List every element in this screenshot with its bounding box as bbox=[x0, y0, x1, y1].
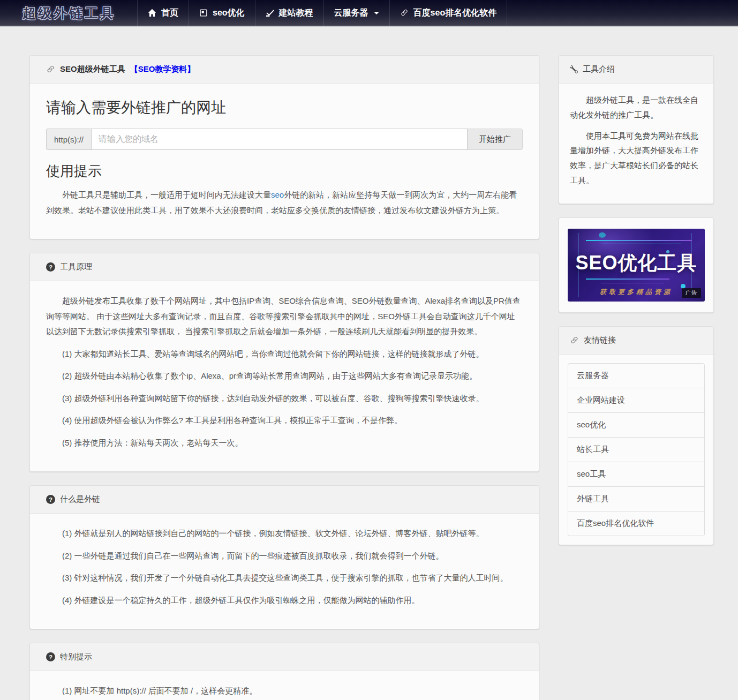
special-tips-card: ? 特别提示 (1) 网址不要加 http(s):// 后面不要加 /，这样会更… bbox=[29, 643, 539, 700]
nav-item-label: seo优化 bbox=[213, 7, 245, 19]
principle-intro: 超级外链发布工具收集了数千个网站网址，其中包括IP查询、SEO综合信息查询、SE… bbox=[46, 293, 523, 340]
wrench-icon bbox=[570, 65, 578, 73]
tool-intro-card: 工具介绍 超级外链工具，是一款在线全自动化发外链的推广工具。 使用本工具可免费为… bbox=[559, 55, 714, 204]
friend-link-item[interactable]: seo工具 bbox=[568, 462, 705, 487]
ad-banner[interactable]: SEO优化工具 获取更多精品资源 广告 bbox=[568, 229, 705, 302]
nav-item-home[interactable]: 首页 bbox=[137, 0, 189, 26]
intro-paragraph: 使用本工具可免费为网站在线批量增加外链，大大提高外链发布工作效率，是广大草根站长… bbox=[570, 129, 703, 188]
tool-intro-card-title: 工具介绍 bbox=[583, 64, 615, 74]
page-content: SEO超级外链工具 【SEO教学资料】 请输入需要外链推广的网址 http(s)… bbox=[0, 27, 738, 700]
question-circle-icon: ? bbox=[46, 495, 55, 504]
navbar: 超级外链工具 首页 seo优化 建站教程 云服务器 bbox=[0, 0, 738, 27]
link-icon bbox=[46, 65, 55, 74]
link-icon bbox=[400, 9, 409, 17]
principle-card-header: ? 工具原理 bbox=[30, 253, 539, 281]
whatis-card: ? 什么是外链 (1) 外链就是别人的网站链接到自己的网站的一个链接，例如友情链… bbox=[29, 485, 539, 629]
principle-card-body: 超级外链发布工具收集了数千个网站网址，其中包括IP查询、SEO综合信息查询、SE… bbox=[30, 281, 539, 471]
whatis-item: (1) 外链就是别人的网站链接到自己的网站的一个链接，例如友情链接、软文外链、论… bbox=[46, 526, 523, 541]
nav-item-baidu-seo[interactable]: 百度seo排名优化软件 bbox=[389, 0, 508, 26]
usage-tips-heading: 使用提示 bbox=[46, 162, 523, 180]
tool-card-title: SEO超级外链工具 bbox=[60, 64, 125, 74]
journal-icon bbox=[199, 9, 208, 17]
special-tips-item: (1) 网址不要加 http(s):// 后面不要加 /，这样会更精准。 bbox=[46, 683, 523, 699]
principle-card-title: 工具原理 bbox=[60, 262, 92, 272]
special-tips-card-title: 特别提示 bbox=[60, 652, 92, 662]
whatis-card-body: (1) 外链就是别人的网站链接到自己的网站的一个链接，例如友情链接、软文外链、论… bbox=[30, 514, 539, 629]
friend-link-item[interactable]: 百度seo排名优化软件 bbox=[568, 511, 705, 536]
principle-item: (1) 大家都知道站长工具、爱站等查询域名的网站吧，当你查询过他就会留下你的网站… bbox=[46, 347, 523, 362]
nav-item-label: 首页 bbox=[161, 7, 178, 19]
tool-intro-card-body: 超级外链工具，是一款在线全自动化发外链的推广工具。 使用本工具可免费为网站在线批… bbox=[559, 84, 713, 204]
whatis-card-title: 什么是外链 bbox=[60, 494, 100, 505]
tool-card-body: 请输入需要外链推广的网址 http(s):// 开始推广 使用提示 外链工具只是… bbox=[30, 84, 539, 239]
question-circle-icon: ? bbox=[46, 262, 55, 272]
whatis-item: (3) 针对这种情况，我们开发了一个外链自动化工具去提交这些查询类工具，便于搜索… bbox=[46, 570, 523, 586]
ad-banner-card: SEO优化工具 获取更多精品资源 广告 bbox=[559, 217, 714, 313]
friend-links-body: 云服务器 企业网站建设 seo优化 站长工具 seo工具 外链工具 百度seo排… bbox=[559, 355, 713, 545]
principle-item: (5) 推荐使用方法：新站每天两次，老站每天一次。 bbox=[46, 435, 523, 451]
nav-items: 首页 seo优化 建站教程 云服务器 百度seo排名优化软件 bbox=[137, 0, 507, 26]
seo-material-link[interactable]: 【SEO教学资料】 bbox=[130, 64, 195, 74]
intro-paragraph: 超级外链工具，是一款在线全自动化发外链的推广工具。 bbox=[570, 93, 703, 123]
banner-decor-line bbox=[601, 244, 681, 244]
principle-item: (3) 超级外链利用各种查询网站留下你的链接，达到自动发外链的效果，可以被百度、… bbox=[46, 391, 523, 407]
ad-label-badge: 广告 bbox=[682, 288, 701, 298]
nav-item-tutorial[interactable]: 建站教程 bbox=[255, 0, 323, 26]
nav-item-label: 百度seo排名优化软件 bbox=[413, 7, 497, 19]
banner-decor-dot bbox=[599, 232, 606, 238]
special-tips-card-body: (1) 网址不要加 http(s):// 后面不要加 /，这样会更精准。 (2)… bbox=[30, 671, 539, 700]
question-circle-icon: ? bbox=[46, 652, 55, 661]
whatis-item: (2) 一些外链是通过我们自己在一些网站查询，而留下的一些痕迹被百度抓取收录，我… bbox=[46, 548, 523, 564]
nav-item-seo[interactable]: seo优化 bbox=[189, 0, 255, 26]
start-promotion-button[interactable]: 开始推广 bbox=[468, 129, 523, 150]
sidebar: 工具介绍 超级外链工具，是一款在线全自动化发外链的推广工具。 使用本工具可免费为… bbox=[559, 55, 714, 559]
seo-inline-link[interactable]: seo bbox=[271, 190, 284, 199]
banner-title: SEO优化工具 bbox=[568, 250, 705, 276]
friend-link-item[interactable]: 外链工具 bbox=[568, 486, 705, 511]
banner-decor-line bbox=[601, 283, 664, 283]
tips-text: 外链工具只是辅助工具，一般适用于短时间内无法建设大量 bbox=[62, 190, 271, 199]
domain-input[interactable] bbox=[91, 129, 468, 150]
friend-links-card-title: 友情链接 bbox=[584, 335, 616, 345]
nav-item-cloud-dropdown[interactable]: 云服务器 bbox=[323, 0, 389, 26]
home-icon bbox=[148, 9, 156, 17]
nav-item-label: 云服务器 bbox=[334, 7, 368, 19]
main-column: SEO超级外链工具 【SEO教学资料】 请输入需要外链推广的网址 http(s)… bbox=[29, 55, 539, 700]
banner-decor-line bbox=[586, 240, 692, 241]
principle-card: ? 工具原理 超级外链发布工具收集了数千个网站网址，其中包括IP查询、SEO综合… bbox=[29, 253, 539, 472]
nav-item-label: 建站教程 bbox=[279, 7, 313, 19]
url-input-heading: 请输入需要外链推广的网址 bbox=[46, 97, 523, 118]
whatis-item: (4) 外链建设是一个稳定持久的工作，超级外链工具仅作为吸引蜘蛛之用，仅能做为网… bbox=[46, 593, 523, 608]
tool-card: SEO超级外链工具 【SEO教学资料】 请输入需要外链推广的网址 http(s)… bbox=[29, 55, 539, 239]
friend-link-item[interactable]: 站长工具 bbox=[568, 437, 705, 462]
link-icon bbox=[570, 336, 579, 345]
protocol-prefix: http(s):// bbox=[46, 129, 91, 150]
friend-link-item[interactable]: 云服务器 bbox=[568, 363, 705, 388]
url-input-group: http(s):// 开始推广 bbox=[46, 129, 523, 150]
site-brand[interactable]: 超级外链工具 bbox=[22, 4, 116, 22]
principle-item: (2) 超级外链由本站精心收集了数个ip、Alexa、pr查询等站长常用查询网站… bbox=[46, 368, 523, 384]
whatis-card-header: ? 什么是外链 bbox=[30, 486, 539, 514]
usage-tips-paragraph: 外链工具只是辅助工具，一般适用于短时间内无法建设大量seo外链的新站，新站应坚持… bbox=[46, 187, 523, 218]
banner-decor-line bbox=[586, 279, 669, 280]
special-tips-card-header: ? 特别提示 bbox=[30, 643, 539, 671]
friend-links-card-header: 友情链接 bbox=[559, 327, 713, 355]
tool-intro-card-header: 工具介绍 bbox=[559, 56, 713, 84]
friend-link-list: 云服务器 企业网站建设 seo优化 站长工具 seo工具 外链工具 百度seo排… bbox=[568, 363, 705, 536]
check-underline-icon bbox=[266, 9, 274, 17]
friend-link-item[interactable]: seo优化 bbox=[568, 412, 705, 438]
caret-down-icon bbox=[374, 12, 379, 14]
principle-item: (4) 使用超级外链会被认为作弊么? 本工具是利用各种查询工具，模拟正常手工查询… bbox=[46, 413, 523, 428]
friend-link-item[interactable]: 企业网站建设 bbox=[568, 388, 705, 413]
friend-links-card: 友情链接 云服务器 企业网站建设 seo优化 站长工具 seo工具 外链工具 百… bbox=[559, 326, 714, 545]
tool-card-header: SEO超级外链工具 【SEO教学资料】 bbox=[30, 56, 539, 84]
